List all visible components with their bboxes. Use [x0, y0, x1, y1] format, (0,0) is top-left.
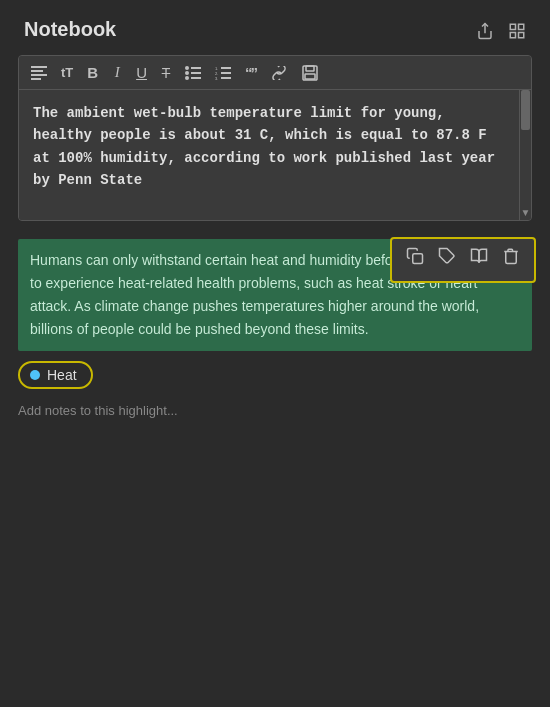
editor-scrollbar[interactable]: ▼	[519, 90, 531, 220]
svg-rect-6	[31, 70, 43, 72]
svg-point-13	[185, 76, 189, 80]
svg-rect-1	[510, 24, 515, 29]
notes-placeholder: Add notes to this highlight...	[18, 403, 178, 418]
svg-rect-12	[191, 72, 201, 74]
svg-rect-20	[221, 77, 231, 79]
highlight-action-bar	[390, 237, 536, 283]
scrollbar-arrow-down[interactable]: ▼	[520, 205, 531, 220]
svg-rect-18	[221, 72, 231, 74]
svg-rect-16	[221, 67, 231, 69]
svg-rect-2	[519, 24, 524, 29]
svg-rect-3	[510, 32, 515, 37]
book-action-icon[interactable]	[464, 245, 494, 275]
svg-point-11	[185, 71, 189, 75]
delete-action-icon[interactable]	[496, 245, 526, 275]
toolbar-italic[interactable]: I	[108, 62, 126, 83]
header: Notebook	[0, 0, 550, 55]
svg-rect-23	[305, 74, 315, 79]
scrollbar-thumb[interactable]	[521, 90, 530, 130]
svg-text:3.: 3.	[215, 76, 218, 80]
svg-rect-10	[191, 67, 201, 69]
copy-action-icon[interactable]	[400, 245, 430, 275]
svg-rect-14	[191, 77, 201, 79]
svg-rect-5	[31, 66, 47, 68]
notes-input-area[interactable]: Add notes to this highlight...	[18, 399, 532, 422]
toolbar-save[interactable]	[298, 63, 322, 83]
tag-badge[interactable]: Heat	[18, 361, 93, 389]
highlight-section: Humans can only withstand certain heat a…	[18, 239, 532, 389]
app-container: Notebook	[0, 0, 550, 707]
svg-rect-24	[413, 254, 423, 264]
toolbar-bullet-list[interactable]	[181, 64, 205, 82]
svg-rect-22	[306, 66, 314, 71]
page-title: Notebook	[24, 18, 116, 41]
svg-point-9	[185, 66, 189, 70]
tag-action-icon[interactable]	[432, 245, 462, 275]
grid-icon[interactable]	[508, 18, 526, 41]
header-icons	[476, 18, 526, 41]
highlight-text: Humans can only withstand certain heat a…	[18, 239, 532, 351]
toolbar-strikethrough[interactable]: T	[157, 63, 175, 83]
toolbar-align-left[interactable]	[27, 64, 51, 82]
editor-content-wrapper: The ambient wet-bulb temperature limit f…	[19, 90, 531, 220]
toolbar-quote[interactable]: “”	[241, 62, 260, 83]
tag-label: Heat	[47, 367, 77, 383]
toolbar-bold[interactable]: B	[83, 62, 102, 83]
toolbar-numbered-list[interactable]: 1. 2. 3.	[211, 64, 235, 82]
editor-toolbar: tT B I U T 1. 2.	[19, 56, 531, 90]
share-icon[interactable]	[476, 18, 494, 41]
svg-rect-7	[31, 74, 47, 76]
toolbar-heading[interactable]: tT	[57, 63, 77, 82]
svg-rect-8	[31, 78, 41, 80]
tag-dot	[30, 370, 40, 380]
toolbar-link[interactable]	[266, 64, 292, 82]
editor-box: tT B I U T 1. 2.	[18, 55, 532, 221]
editor-content[interactable]: The ambient wet-bulb temperature limit f…	[19, 90, 519, 220]
toolbar-underline[interactable]: U	[132, 62, 151, 83]
svg-rect-4	[519, 32, 524, 37]
